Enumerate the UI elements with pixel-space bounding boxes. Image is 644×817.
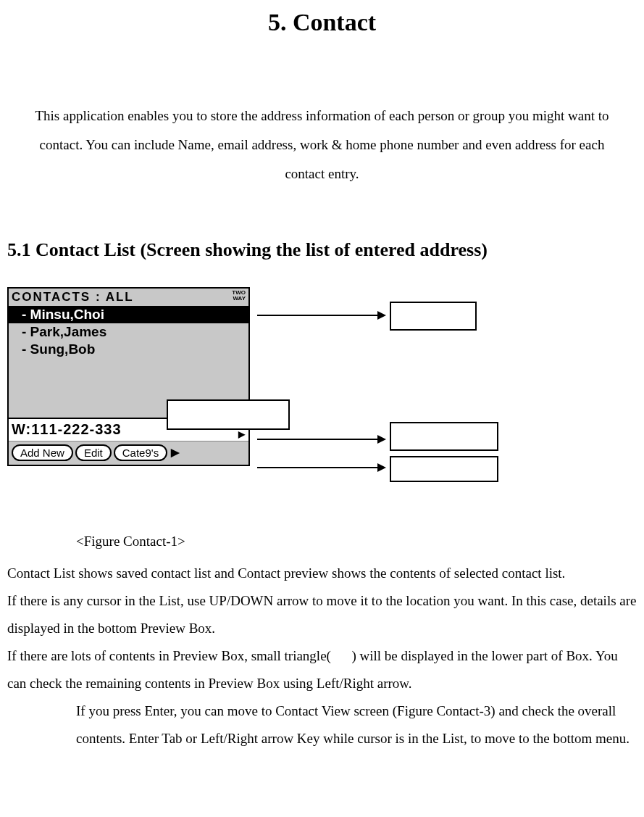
contact-list-item[interactable]: - Sung,Bob [9, 341, 248, 358]
contact-list-item-selected[interactable]: - Minsu,Choi [9, 306, 248, 323]
callout-arrow [257, 467, 379, 468]
edit-button[interactable]: Edit [75, 444, 112, 461]
callout-arrow [257, 315, 379, 316]
device-screen: CONTACTS : ALL TWOWAY - Minsu,Choi - Par… [7, 287, 250, 466]
categories-button[interactable]: Cate9's [114, 444, 167, 461]
body-paragraph-indent: If you press Enter, you can move to Cont… [76, 697, 637, 752]
callout-box-preview [390, 422, 498, 451]
callout-box-contact-list [390, 302, 477, 331]
preview-text: W:111-222-333 [12, 421, 122, 438]
intro-paragraph: This application enables you to store th… [20, 101, 624, 188]
body-paragraph: If there is any cursor in the List, use … [7, 587, 637, 642]
menu-more-icon: ▶ [170, 446, 180, 459]
figure-caption: <Figure Contact-1> [76, 534, 637, 549]
arrow-head-icon [377, 311, 386, 320]
body-paragraph: If there are lots of contents in Preview… [7, 642, 637, 697]
contact-list-item[interactable]: - Park,James [9, 323, 248, 341]
body-paragraph: Contact List shows saved contact list an… [7, 560, 637, 587]
two-way-indicator-icon: TWOWAY [232, 290, 246, 302]
figure-area: CONTACTS : ALL TWOWAY - Minsu,Choi - Par… [7, 287, 637, 490]
page-title: 5. Contact [7, 9, 637, 36]
device-header-title: CONTACTS : ALL [12, 290, 134, 304]
bottom-menu: Add New Edit Cate9's ▶ [9, 441, 248, 465]
add-new-button[interactable]: Add New [12, 444, 73, 461]
device-header: CONTACTS : ALL TWOWAY [9, 289, 248, 306]
arrow-head-icon [377, 435, 386, 444]
section-heading: 5.1 Contact List (Screen showing the lis… [7, 239, 637, 261]
arrow-head-icon [377, 463, 386, 472]
callout-label-box [167, 399, 290, 430]
triangle-icon: ▶ [238, 429, 246, 441]
callout-arrow [257, 439, 379, 440]
callout-box-menu [390, 456, 498, 482]
body-text: Contact List shows saved contact list an… [7, 560, 637, 752]
